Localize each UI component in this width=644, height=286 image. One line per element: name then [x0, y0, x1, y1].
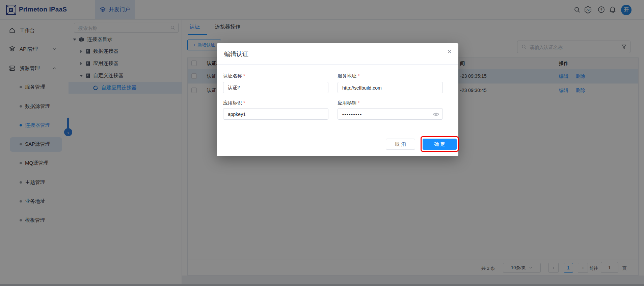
modal-footer-divider — [217, 133, 458, 133]
modal-title: 编辑认证 — [224, 50, 248, 58]
required-asterisk: * — [358, 73, 359, 78]
app-key-input[interactable] — [227, 109, 320, 120]
modal-header-divider — [217, 64, 458, 65]
close-icon[interactable]: × — [447, 48, 452, 55]
edit-auth-modal: 编辑认证 × 认证名称* 服务地址* 应用标识* 应用秘钥* — [217, 43, 458, 156]
field-label-auth-name: 认证名称* — [223, 73, 245, 79]
service-address-input[interactable] — [342, 82, 434, 94]
field-label-service-address: 服务地址* — [338, 73, 359, 79]
app-secret-input[interactable] — [342, 109, 434, 120]
eye-icon[interactable] — [433, 111, 439, 118]
service-address-field — [338, 82, 443, 93]
auth-name-input[interactable] — [227, 82, 320, 94]
app-root: P Primeton iPaaS 开发门户 AI — [0, 0, 644, 286]
confirm-button[interactable]: 确 定 — [423, 139, 457, 150]
field-label-app-secret: 应用秘钥* — [338, 100, 359, 106]
required-asterisk: * — [358, 100, 359, 105]
app-key-field — [223, 108, 328, 120]
required-asterisk: * — [243, 73, 245, 78]
field-label-app-key: 应用标识* — [223, 100, 245, 106]
app-secret-field — [338, 108, 443, 120]
cancel-button[interactable]: 取 消 — [386, 139, 415, 150]
required-asterisk: * — [243, 100, 245, 105]
auth-name-field — [223, 82, 328, 93]
